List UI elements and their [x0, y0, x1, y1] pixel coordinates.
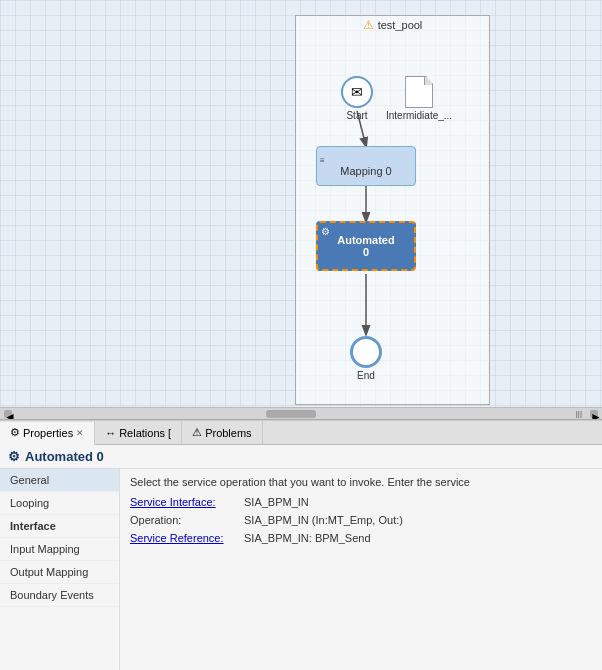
h-scroll-thumb[interactable]: [266, 410, 316, 418]
canvas-area[interactable]: ⚠ test_pool: [0, 0, 602, 420]
mapping-icon: ≡: [320, 156, 325, 165]
description-text: Select the service operation that you wa…: [130, 475, 592, 490]
operation-label: Operation:: [130, 514, 240, 526]
end-event[interactable]: End: [350, 336, 382, 381]
tab-problems[interactable]: ⚠ Problems: [182, 421, 262, 444]
bottom-panel: ⚙ Properties ✕ ↔ Relations [ ⚠ Problems …: [0, 420, 602, 670]
properties-title-bar: ⚙ Automated 0: [0, 445, 602, 469]
properties-title-gear-icon: ⚙: [8, 449, 20, 464]
relations-tab-label: Relations [: [119, 427, 171, 439]
pool: ⚠ test_pool: [295, 15, 490, 405]
end-event-circle: [350, 336, 382, 368]
properties-tab-close[interactable]: ✕: [76, 428, 84, 438]
service-interface-value: SIA_BPM_IN: [244, 496, 592, 508]
field-row-service-interface: Service Interface: SIA_BPM_IN: [130, 496, 592, 508]
mapping-task-label: Mapping 0: [340, 165, 391, 177]
service-interface-label[interactable]: Service Interface:: [130, 496, 240, 508]
tab-properties[interactable]: ⚙ Properties ✕: [0, 422, 95, 445]
tab-bar: ⚙ Properties ✕ ↔ Relations [ ⚠ Problems: [0, 421, 602, 445]
nav-item-output-mapping[interactable]: Output Mapping: [0, 561, 119, 584]
nav-item-boundary-events[interactable]: Boundary Events: [0, 584, 119, 607]
h-scrollbar[interactable]: ◄ ||| ►: [0, 407, 602, 419]
properties-tab-label: Properties: [23, 427, 73, 439]
nav-item-interface[interactable]: Interface: [0, 515, 119, 538]
task-mapping[interactable]: ≡ Mapping 0: [316, 146, 416, 186]
properties-tab-icon: ⚙: [10, 426, 20, 439]
properties-title-text: Automated 0: [25, 449, 104, 464]
start-event-circle: ✉: [341, 76, 373, 108]
scroll-right-btn[interactable]: ►: [590, 410, 598, 418]
start-event[interactable]: ✉ Start: [341, 76, 373, 121]
doc-shape: [405, 76, 433, 108]
main-container: ⚠ test_pool: [0, 0, 602, 670]
service-reference-value: SIA_BPM_IN: BPM_Send: [244, 532, 592, 544]
start-event-label: Start: [346, 110, 367, 121]
end-event-label: End: [357, 370, 375, 381]
envelope-icon: ✉: [351, 84, 363, 100]
field-row-operation: Operation: SIA_BPM_IN (In:MT_Emp, Out:): [130, 514, 592, 526]
problems-tab-label: Problems: [205, 427, 251, 439]
problems-tab-icon: ⚠: [192, 426, 202, 439]
field-row-service-reference: Service Reference: SIA_BPM_IN: BPM_Send: [130, 532, 592, 544]
automated-gear-icon: ⚙: [321, 226, 330, 237]
nav-sidebar: General Looping Interface Input Mapping …: [0, 469, 120, 670]
relations-tab-icon: ↔: [105, 427, 116, 439]
automated-task-inner: Automated 0: [337, 234, 394, 258]
intermediate-event[interactable]: Intermidiate_...: [386, 76, 452, 121]
service-reference-label[interactable]: Service Reference:: [130, 532, 240, 544]
automated-task-label-line1: Automated: [337, 234, 394, 246]
right-content-area: Select the service operation that you wa…: [120, 469, 602, 670]
task-automated[interactable]: ⚙ Automated 0: [316, 221, 416, 271]
scroll-indicator: |||: [576, 409, 582, 418]
intermediate-event-label: Intermidiate_...: [386, 110, 452, 121]
flow-elements: ✉ Start Intermidiate_... ≡ Mapping 0 ⚙: [296, 16, 489, 404]
scroll-left-btn[interactable]: ◄: [4, 410, 12, 418]
automated-task-label-line2: 0: [363, 246, 369, 258]
nav-item-input-mapping[interactable]: Input Mapping: [0, 538, 119, 561]
properties-panel: ⚙ Automated 0 General Looping Interface …: [0, 445, 602, 670]
tab-relations[interactable]: ↔ Relations [: [95, 421, 182, 444]
nav-item-looping[interactable]: Looping: [0, 492, 119, 515]
operation-value: SIA_BPM_IN (In:MT_Emp, Out:): [244, 514, 592, 526]
properties-content: General Looping Interface Input Mapping …: [0, 469, 602, 670]
nav-item-general[interactable]: General: [0, 469, 119, 492]
